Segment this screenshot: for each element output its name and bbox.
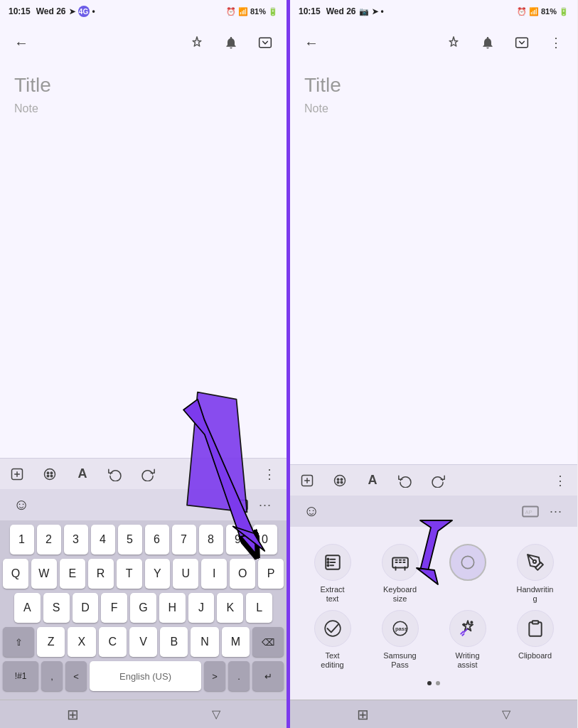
keyboard-menu-area: Extracttext Keyboardsize xyxy=(290,527,577,700)
key-enter[interactable]: ↵ xyxy=(252,661,284,691)
more-appbar-right[interactable]: ⋮ xyxy=(546,33,566,53)
menu-item-writing-assist[interactable]: Writingassist xyxy=(437,610,498,670)
undo-toolbar-left[interactable] xyxy=(104,463,127,486)
svg-point-9 xyxy=(50,472,53,474)
key-2[interactable]: 2 xyxy=(37,525,61,555)
text-toolbar-left[interactable]: A xyxy=(71,463,94,486)
key-0[interactable]: 0 xyxy=(253,525,277,555)
key-q[interactable]: Q xyxy=(3,559,28,589)
keyboard-size-label: Keyboardsize xyxy=(383,585,417,604)
key-v[interactable]: V xyxy=(129,627,157,657)
key-h[interactable]: H xyxy=(159,593,186,623)
more-secondary-left[interactable]: ··· xyxy=(252,492,278,518)
key-b[interactable]: B xyxy=(160,627,188,657)
reminder-button-right[interactable] xyxy=(478,33,498,53)
keyboard-mode-left[interactable]: AP xyxy=(227,492,252,518)
key-sym[interactable]: !#1 xyxy=(3,661,38,691)
svg-point-17 xyxy=(335,475,346,486)
key-f[interactable]: F xyxy=(101,593,127,623)
key-d[interactable]: D xyxy=(73,593,99,623)
key-x[interactable]: X xyxy=(68,627,95,657)
menu-item-text-editing[interactable]: Textediting xyxy=(301,610,363,670)
battery-left: 81% xyxy=(250,7,266,16)
key-space[interactable]: English (US) xyxy=(90,661,201,691)
menu-pagination xyxy=(296,675,572,688)
note-content-right[interactable]: Title Note xyxy=(290,63,577,464)
qwerty-row: Q W E R T Y U I O P xyxy=(3,559,284,589)
key-8[interactable]: 8 xyxy=(199,525,223,555)
redo-toolbar-left[interactable] xyxy=(137,463,159,486)
svg-point-8 xyxy=(47,472,49,474)
note-title-right: Title xyxy=(304,74,563,97)
palette-toolbar-left[interactable] xyxy=(38,463,61,486)
save-button-right[interactable] xyxy=(512,33,532,53)
key-6[interactable]: 6 xyxy=(145,525,169,555)
add-toolbar-left[interactable] xyxy=(6,463,28,486)
key-y[interactable]: Y xyxy=(145,559,171,589)
status-right-left: ⏰ 📶 81% 🔋 xyxy=(226,7,278,16)
nav-grid-right[interactable]: ⊞ xyxy=(357,706,369,723)
save-button-left[interactable] xyxy=(255,33,275,53)
key-comma[interactable]: , xyxy=(41,661,63,691)
svg-text:AP: AP xyxy=(525,510,532,516)
key-gt[interactable]: > xyxy=(204,661,225,691)
menu-item-samsung-pass[interactable]: pass SamsungPass xyxy=(369,610,431,670)
key-l[interactable]: L xyxy=(246,593,272,623)
reminder-button-left[interactable] xyxy=(221,33,241,53)
emoji-button-right[interactable]: ☺ xyxy=(299,498,324,524)
text-toolbar-right[interactable]: A xyxy=(361,469,384,492)
more-toolbar-left[interactable]: ⋮ xyxy=(258,463,281,486)
key-s[interactable]: S xyxy=(43,593,70,623)
key-e[interactable]: E xyxy=(60,559,85,589)
menu-item-clipboard[interactable]: Clipboard xyxy=(504,610,566,670)
more-toolbar-right[interactable]: ⋮ xyxy=(549,469,572,492)
undo-toolbar-right[interactable] xyxy=(394,469,417,492)
note-body-left: Note xyxy=(14,102,272,115)
key-w[interactable]: W xyxy=(31,559,57,589)
key-4[interactable]: 4 xyxy=(91,525,115,555)
key-p[interactable]: P xyxy=(258,559,284,589)
key-j[interactable]: J xyxy=(188,593,215,623)
key-backspace[interactable]: ⌫ xyxy=(252,627,284,657)
nav-grid-left[interactable]: ⊞ xyxy=(67,706,79,723)
keyboard-left: 1 2 3 4 5 6 7 8 9 0 Q W E R T Y U I O P … xyxy=(0,520,287,700)
key-r[interactable]: R xyxy=(88,559,114,589)
pin-button-left[interactable] xyxy=(187,33,207,53)
key-n[interactable]: N xyxy=(191,627,218,657)
back-button-left[interactable]: ← xyxy=(11,33,31,53)
key-m[interactable]: M xyxy=(222,627,250,657)
key-t[interactable]: T xyxy=(117,559,142,589)
key-o[interactable]: O xyxy=(230,559,255,589)
key-lt[interactable]: < xyxy=(65,661,87,691)
key-g[interactable]: G xyxy=(130,593,156,623)
menu-item-keyboard-size[interactable]: Keyboardsize xyxy=(369,544,431,604)
more-secondary-right[interactable]: ··· xyxy=(543,498,569,524)
nav-down-left[interactable]: ▽ xyxy=(212,707,220,721)
key-a[interactable]: A xyxy=(14,593,41,623)
nav-down-right[interactable]: ▽ xyxy=(502,707,510,721)
pin-button-right[interactable] xyxy=(444,33,464,53)
key-u[interactable]: U xyxy=(173,559,198,589)
key-k[interactable]: K xyxy=(217,593,243,623)
key-period[interactable]: . xyxy=(228,661,250,691)
key-1[interactable]: 1 xyxy=(10,525,34,555)
redo-toolbar-right[interactable] xyxy=(427,469,449,492)
key-3[interactable]: 3 xyxy=(64,525,88,555)
key-i[interactable]: I xyxy=(201,559,227,589)
key-5[interactable]: 5 xyxy=(118,525,142,555)
add-toolbar-right[interactable] xyxy=(296,469,319,492)
key-z[interactable]: Z xyxy=(37,627,65,657)
key-9[interactable]: 9 xyxy=(226,525,250,555)
emoji-button-left[interactable]: ☺ xyxy=(9,492,34,518)
palette-toolbar-right[interactable] xyxy=(328,469,351,492)
menu-item-empty-highlighted[interactable] xyxy=(437,544,498,604)
key-7[interactable]: 7 xyxy=(172,525,196,555)
back-button-right[interactable]: ← xyxy=(301,33,321,53)
keyboard-mode-right[interactable]: AP xyxy=(518,498,543,524)
status-bar-right: 10:15 Wed 26 📷 ➤ • ⏰ 📶 81% 🔋 xyxy=(290,0,577,23)
note-content-left[interactable]: Title Note xyxy=(0,63,287,458)
menu-item-handwriting[interactable]: Handwriting xyxy=(504,544,566,604)
key-c[interactable]: C xyxy=(99,627,127,657)
menu-item-extract-text[interactable]: Extracttext xyxy=(301,544,363,604)
key-shift[interactable]: ⇧ xyxy=(3,627,34,657)
